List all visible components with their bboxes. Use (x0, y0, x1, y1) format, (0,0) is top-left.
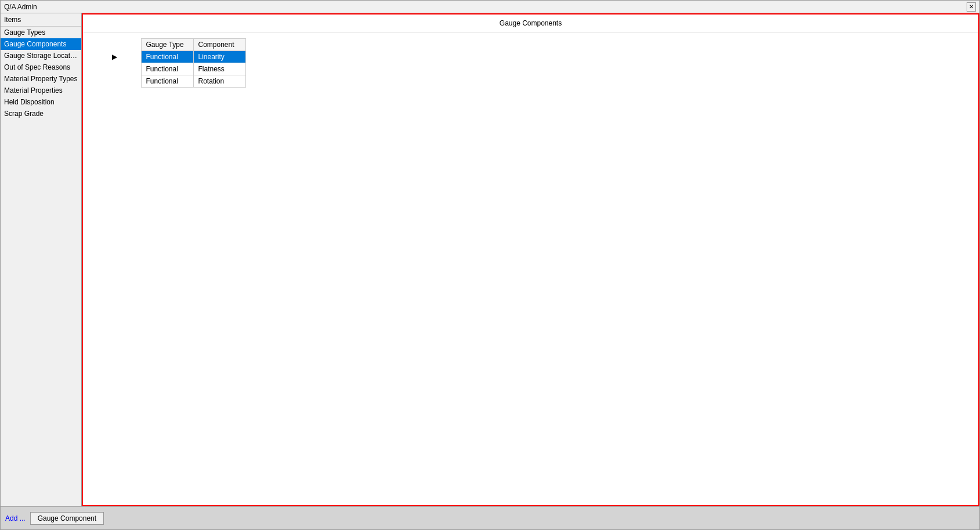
main-window: Q/A Admin ✕ Items Gauge TypesGauge Compo… (0, 0, 980, 530)
sidebar-header: Items (1, 13, 81, 27)
sidebar-item-out-of-spec-reasons[interactable]: Out of Spec Reasons (1, 61, 81, 73)
indicator-header (89, 39, 141, 51)
row-indicator (89, 75, 141, 88)
cell-gauge-type: Functional (141, 75, 193, 88)
table-header: Gauge Type Component (89, 39, 245, 51)
row-indicator (89, 63, 141, 75)
close-button[interactable]: ✕ (967, 2, 976, 12)
sidebar-item-material-property-types[interactable]: Material Property Types (1, 73, 81, 85)
table-row[interactable]: ▶FunctionalLinearity (89, 51, 245, 63)
sidebar: Items Gauge TypesGauge ComponentsGauge S… (1, 13, 82, 506)
sidebar-item-gauge-types[interactable]: Gauge Types (1, 27, 81, 38)
cell-gauge-type: Functional (141, 63, 193, 75)
window-title: Q/A Admin (4, 3, 37, 11)
title-bar: Q/A Admin ✕ (1, 1, 979, 13)
table-row[interactable]: FunctionalRotation (89, 75, 245, 88)
gauge-component-button[interactable]: Gauge Component (30, 512, 104, 525)
table-row[interactable]: FunctionalFlatness (89, 63, 245, 75)
add-link[interactable]: Add ... (5, 514, 26, 522)
cell-component: Linearity (193, 51, 245, 63)
gauge-components-table: Gauge Type Component ▶FunctionalLinearit… (89, 38, 246, 88)
cell-gauge-type: Functional (141, 51, 193, 63)
sidebar-item-material-properties[interactable]: Material Properties (1, 85, 81, 96)
content-area: Gauge Components Gauge Type Component ▶F… (82, 13, 979, 506)
sidebar-item-gauge-storage-locations[interactable]: Gauge Storage Locations (1, 50, 81, 61)
content-title: Gauge Components (83, 14, 978, 32)
main-container: Items Gauge TypesGauge ComponentsGauge S… (1, 13, 979, 506)
col-component: Component (193, 39, 245, 51)
sidebar-item-gauge-components[interactable]: Gauge Components (1, 38, 81, 50)
col-gauge-type: Gauge Type (141, 39, 193, 51)
sidebar-item-held-disposition[interactable]: Held Disposition (1, 96, 81, 108)
sidebar-item-scrap-grade[interactable]: Scrap Grade (1, 108, 81, 119)
cell-component: Rotation (193, 75, 245, 88)
footer-bar: Add ... Gauge Component (1, 506, 979, 529)
table-body: ▶FunctionalLinearityFunctionalFlatnessFu… (89, 51, 245, 88)
cell-component: Flatness (193, 63, 245, 75)
row-indicator: ▶ (89, 51, 141, 63)
content-body: Gauge Type Component ▶FunctionalLinearit… (83, 32, 978, 505)
